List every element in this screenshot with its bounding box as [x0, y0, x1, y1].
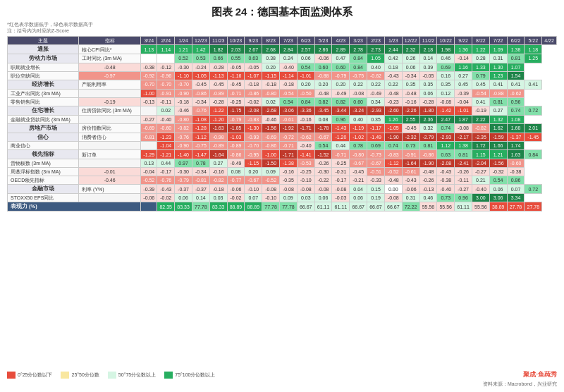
data-cell: -0.75	[350, 71, 367, 80]
data-cell: 0.60	[314, 63, 332, 71]
data-cell: 0.96	[455, 194, 472, 202]
col-4-2023: 4/23	[332, 37, 350, 45]
table-row: STOXX50 EPS同比-0.06-0.020.060.140.03-0.02…	[8, 194, 557, 202]
data-cell	[141, 106, 157, 115]
data-cell: 0.35	[367, 115, 385, 123]
data-cell: 0.03	[209, 194, 227, 202]
data-cell: 0.02	[157, 106, 175, 115]
col-10-2023: 10/23	[227, 37, 245, 45]
table-row: 商业信心-1.04-0.90-0.75-0.89-0.89-0.70-0.86-…	[8, 142, 557, 150]
data-cell: -1.01	[297, 71, 314, 80]
data-cell: -0.08	[437, 97, 455, 106]
data-cell: -1.05	[384, 123, 402, 133]
data-cell: 3.34	[507, 194, 525, 202]
data-cell: 0.72	[525, 106, 542, 115]
data-cell: 0.24	[280, 54, 298, 63]
footer-cell	[141, 202, 157, 212]
data-cell: -0.25	[332, 159, 350, 168]
legend: 0°25分位数以下 25°50分位数 50°75分位数以上 75°100分位数以…	[7, 370, 557, 379]
data-cell: 0.73	[402, 142, 419, 150]
row-indicator-label: 新订单	[79, 150, 141, 159]
watermark: 聚成·鱼莼秀	[523, 370, 557, 379]
data-cell: -0.25	[297, 168, 314, 176]
data-cell: 1.82	[209, 45, 227, 54]
data-cell: -0.08	[314, 185, 332, 194]
data-cell: 0.06	[489, 185, 507, 194]
data-cell: 0.45	[455, 80, 472, 89]
footer-cell: 55.56	[419, 202, 437, 212]
data-cell: 0.78	[350, 142, 367, 150]
legend-label-3: 50°75分位数以上	[118, 372, 156, 379]
data-cell: 0.82	[314, 97, 332, 106]
data-cell: -0.49	[332, 89, 350, 97]
data-cell: -0.39	[455, 89, 472, 97]
data-cell: -0.69	[141, 123, 157, 133]
data-cell: 1.15	[472, 150, 489, 159]
data-cell: -3.36	[297, 106, 314, 115]
data-cell: -0.40	[437, 185, 455, 194]
data-cell: -0.08	[384, 194, 402, 202]
data-cell: 0.81	[489, 97, 507, 106]
legend-box-green-light	[108, 372, 116, 379]
data-cell: -0.43	[437, 168, 455, 176]
data-cell: -0.79	[332, 71, 350, 80]
data-cell: -0.81	[192, 176, 209, 185]
data-cell: -2.17	[455, 133, 472, 142]
legend-box-red	[7, 372, 16, 379]
data-cell: 0.54	[280, 97, 298, 106]
data-cell: -0.23	[384, 97, 402, 106]
data-cell: 2.18	[419, 45, 437, 54]
footer-cell: 66.67	[350, 202, 367, 212]
data-cell: 1.08	[507, 115, 525, 123]
data-cell: 0.19	[367, 194, 385, 202]
data-cell: 0.16	[437, 71, 455, 80]
col-header-indicator: 指标	[79, 37, 141, 45]
data-cell: 1.09	[489, 45, 507, 54]
footer-cell: 55.56	[437, 202, 455, 212]
data-cell: 1.26	[384, 115, 402, 123]
legend-label-1: 0°25分位数以下	[18, 372, 52, 379]
row-indicator-label: 商业信心	[8, 142, 79, 150]
data-cell: 1.21	[489, 150, 507, 159]
data-cell: -0.48	[384, 176, 402, 185]
data-cell: -1.15	[245, 159, 262, 168]
data-cell: 0.46	[437, 54, 455, 63]
data-cell: -0.26	[455, 168, 472, 176]
data-cell: -2.93	[437, 133, 455, 142]
table-row: 通胀核心CPI同比*1.131.141.211.421.822.032.672.…	[8, 45, 557, 54]
data-cell: 0.41	[489, 80, 507, 89]
data-cell: -0.01	[79, 168, 141, 176]
data-cell: 0.84	[350, 54, 367, 63]
data-cell: 2.84	[280, 45, 298, 54]
data-cell: -0.88	[489, 89, 507, 97]
data-cell: -0.06	[227, 185, 245, 194]
data-cell: -1.29	[141, 150, 157, 159]
data-cell: -1.42	[437, 106, 455, 115]
data-cell: -0.27	[141, 115, 157, 123]
col-9-2022: 9/22	[455, 37, 472, 45]
data-cell: 2.67	[245, 45, 262, 54]
legend-item-3: 50°75分位数以上	[108, 372, 156, 379]
data-cell: -0.67	[367, 159, 385, 168]
row-group-label: 信心	[8, 133, 79, 142]
row-group-label: 劳动力市场	[8, 54, 79, 63]
row-indicator-label: 工时同比 (3m MA)	[79, 54, 141, 63]
data-cell: 0.74	[437, 123, 455, 133]
data-cell: -1.05	[192, 71, 209, 80]
data-cell: 0.31	[489, 54, 507, 63]
data-table: 主题 指标 3/24 2/24 1/24 12/23 11/23 10/23 9…	[7, 36, 557, 212]
data-cell: -3.44	[332, 106, 350, 115]
data-cell: -0.11	[455, 176, 472, 185]
data-cell: -0.06	[314, 54, 332, 63]
footer-cell: 61.11	[455, 202, 472, 212]
data-cell: 2.78	[350, 45, 367, 54]
data-cell: 0.13	[141, 159, 157, 168]
footer-cell: 27.78	[507, 202, 525, 212]
data-cell: -0.19	[472, 106, 489, 115]
data-cell: 0.56	[507, 97, 525, 106]
data-cell: -0.48	[384, 89, 402, 97]
data-cell: 0.27	[489, 106, 507, 115]
data-cell: -0.08	[280, 185, 298, 194]
data-cell: -1.00	[141, 89, 157, 97]
data-cell: 0.60	[332, 63, 350, 71]
